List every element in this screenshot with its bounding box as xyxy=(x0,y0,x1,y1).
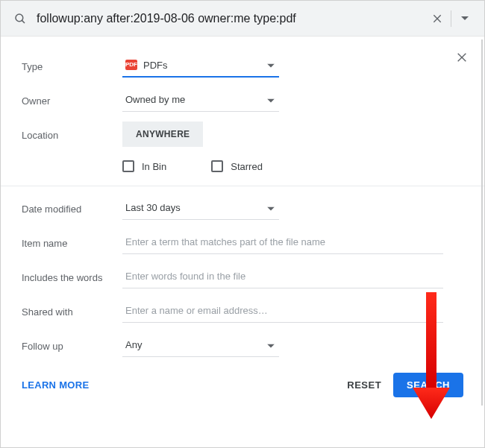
location-chip[interactable]: ANYWHERE xyxy=(122,122,203,147)
chevron-down-icon xyxy=(267,60,275,71)
row-item-name: Item name xyxy=(22,225,463,259)
label-date-modified: Date modified xyxy=(22,202,122,215)
checkbox-in-bin-label: In Bin xyxy=(142,161,166,172)
label-type: Type xyxy=(22,60,122,72)
label-item-name: Item name xyxy=(22,236,122,249)
row-shared-with: Shared with xyxy=(22,294,463,328)
search-button[interactable]: SEARCH xyxy=(393,373,463,397)
row-follow-up: Follow up Any xyxy=(22,328,463,362)
follow-up-select[interactable]: Any xyxy=(122,333,279,357)
row-checkboxes: In Bin Starred xyxy=(22,151,463,186)
owner-value: Owned by me xyxy=(125,94,185,105)
label-owner: Owner xyxy=(22,94,122,107)
scrollbar[interactable] xyxy=(481,40,483,406)
shared-with-input[interactable] xyxy=(122,299,443,323)
owner-select[interactable]: Owned by me xyxy=(122,88,279,112)
label-location: Location xyxy=(22,128,122,141)
includes-words-input[interactable] xyxy=(122,265,443,288)
divider xyxy=(1,186,484,186)
item-name-input[interactable] xyxy=(122,230,443,254)
clear-search-icon[interactable] xyxy=(427,8,448,29)
checkbox-in-bin[interactable]: In Bin xyxy=(122,160,166,172)
date-modified-value: Last 30 days xyxy=(125,202,181,213)
follow-up-value: Any xyxy=(125,339,142,350)
checkbox-icon xyxy=(211,160,223,172)
row-type: Type PDF PDFs xyxy=(22,48,463,83)
checkbox-icon xyxy=(122,160,134,172)
svg-line-1 xyxy=(22,20,25,23)
chevron-down-icon xyxy=(267,94,275,105)
row-date-modified: Date modified Last 30 days xyxy=(22,191,463,225)
chevron-down-icon xyxy=(267,202,275,213)
divider xyxy=(451,10,451,27)
row-owner: Owner Owned by me xyxy=(22,83,463,117)
type-select[interactable]: PDF PDFs xyxy=(122,54,279,78)
learn-more-link[interactable]: LEARN MORE xyxy=(22,379,89,391)
search-bar xyxy=(1,1,484,37)
advanced-search-panel: Type PDF PDFs Owner Owned by me Location xyxy=(1,37,484,408)
label-follow-up: Follow up xyxy=(22,339,122,352)
checkbox-starred-label: Starred xyxy=(231,161,263,172)
svg-point-0 xyxy=(16,14,23,22)
pdf-icon: PDF xyxy=(125,60,137,70)
row-includes-words: Includes the words xyxy=(22,259,463,294)
chevron-down-icon xyxy=(267,339,275,350)
search-options-dropdown-icon[interactable] xyxy=(454,8,475,29)
date-modified-select[interactable]: Last 30 days xyxy=(122,196,279,220)
type-value: PDFs xyxy=(143,60,168,71)
footer-actions: LEARN MORE RESET SEARCH xyxy=(22,373,463,397)
search-input[interactable] xyxy=(31,12,427,25)
checkbox-starred[interactable]: Starred xyxy=(211,160,263,172)
reset-button[interactable]: RESET xyxy=(335,373,393,397)
label-shared-with: Shared with xyxy=(22,305,122,318)
close-icon[interactable] xyxy=(451,47,472,68)
search-icon[interactable] xyxy=(10,8,31,29)
label-includes-words: Includes the words xyxy=(22,271,122,283)
row-location: Location ANYWHERE xyxy=(22,117,463,151)
